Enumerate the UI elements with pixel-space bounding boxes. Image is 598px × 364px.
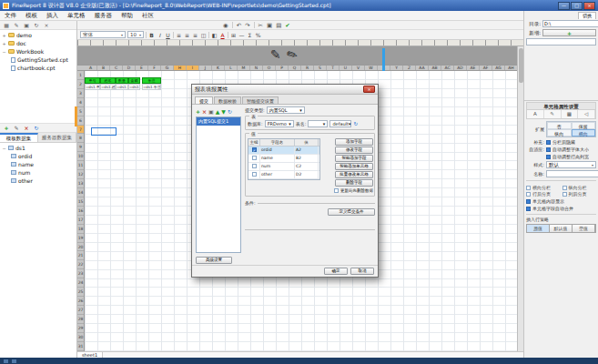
insert-strategy-option[interactable]: 默认值 xyxy=(550,225,573,232)
column-header[interactable]: Q xyxy=(289,66,301,70)
row-header[interactable]: 12 xyxy=(77,170,84,179)
sum-icon[interactable]: Σ xyxy=(247,32,253,38)
delete-dataset-icon[interactable]: × xyxy=(23,125,30,131)
tab-server-dataset[interactable]: 服务器数据集 xyxy=(38,133,76,142)
column-header[interactable]: S xyxy=(314,66,327,70)
edit-dataset-icon[interactable]: ✎ xyxy=(13,125,20,131)
expand-option[interactable]: 否 xyxy=(547,122,572,129)
vertical-scrollbar[interactable] xyxy=(517,46,523,351)
pk-checkbox[interactable] xyxy=(252,164,257,168)
font-color-icon[interactable]: A xyxy=(219,32,226,38)
refresh-icon[interactable]: ↻ xyxy=(33,22,40,28)
cancel-button[interactable]: 取消 xyxy=(350,268,374,275)
row-header[interactable]: 22 xyxy=(77,260,84,269)
menu-item[interactable]: 帮助 xyxy=(117,11,137,21)
column-header[interactable]: Z xyxy=(403,66,416,70)
col-header-value[interactable]: 值 xyxy=(295,139,319,146)
column-header[interactable]: U xyxy=(340,66,352,70)
copy-icon[interactable]: ▣ xyxy=(267,22,272,29)
column-header[interactable]: Y xyxy=(390,66,403,70)
header-cell[interactable]: 姓名 xyxy=(100,77,116,84)
line-icon[interactable]: — xyxy=(238,32,245,38)
row-header[interactable]: 28 xyxy=(77,315,84,324)
column-header[interactable]: AD xyxy=(454,66,467,70)
condition-field[interactable] xyxy=(245,216,375,230)
row-header[interactable]: 27 xyxy=(77,306,84,315)
panel-splitter[interactable] xyxy=(75,106,77,126)
align-right-icon[interactable]: ≡ xyxy=(192,32,198,38)
tree-item-folder[interactable]: + demo xyxy=(0,31,76,39)
font-size-select[interactable]: 10 ▾ xyxy=(127,31,144,38)
checkbox-checked[interactable] xyxy=(546,140,551,145)
close-panel-icon[interactable]: × xyxy=(43,22,50,28)
column-header[interactable]: L xyxy=(225,66,238,70)
tree-item-folder[interactable]: − WorkBook xyxy=(0,47,76,56)
selected-cell[interactable] xyxy=(91,127,117,136)
table-row[interactable]: name B2 xyxy=(248,155,319,163)
checkbox-unchecked[interactable] xyxy=(526,186,531,190)
row-header[interactable]: 19 xyxy=(77,234,84,243)
menu-item[interactable]: 社区 xyxy=(137,11,158,21)
column-header[interactable]: AF xyxy=(480,66,492,70)
column-header[interactable]: F xyxy=(148,66,161,70)
schema-select[interactable]: default ▾ xyxy=(329,120,351,127)
tab-template-dataset[interactable]: 模板数据集 xyxy=(0,133,38,142)
submit-type-select[interactable]: 内置SQL ▾ xyxy=(267,106,305,114)
close-button[interactable]: × xyxy=(583,2,595,10)
column-header[interactable]: B xyxy=(97,66,110,70)
tab-other-attr[interactable]: ◁ xyxy=(578,110,595,118)
checkbox-unchecked[interactable] xyxy=(563,186,567,190)
tab-submit[interactable]: 提交 xyxy=(195,96,213,104)
row-header[interactable]: 31 xyxy=(77,342,84,351)
row-header[interactable]: 4 xyxy=(77,98,84,107)
refresh-dataset-icon[interactable]: ↻ xyxy=(33,125,40,131)
advanced-settings-button[interactable]: 高级设置 xyxy=(196,257,232,264)
pk-checkbox[interactable] xyxy=(252,156,257,160)
preview-icon[interactable]: ◉ xyxy=(223,22,228,29)
column-header[interactable]: K xyxy=(212,66,225,70)
checkbox-checked[interactable] xyxy=(546,147,551,152)
dataset-field[interactable]: other xyxy=(0,177,76,185)
grid-icon[interactable]: ▦ xyxy=(3,22,10,28)
delete-before-checkbox[interactable] xyxy=(334,188,339,193)
align-left-icon[interactable]: ≡ xyxy=(176,32,182,38)
column-header[interactable]: J xyxy=(199,66,212,70)
move-up-icon[interactable]: ▲ xyxy=(216,108,220,115)
column-header[interactable]: O xyxy=(263,66,276,70)
col-header-pk[interactable]: 主键 xyxy=(248,139,260,146)
field-action-button[interactable]: 批量修改单元格 xyxy=(335,171,373,178)
row-header[interactable]: 25 xyxy=(77,288,84,297)
column-header[interactable]: AH xyxy=(505,66,517,70)
panel-switch-tab[interactable]: 切换 xyxy=(578,12,596,19)
table-name-select[interactable]: ▾ xyxy=(308,120,328,127)
menu-item[interactable]: 插入 xyxy=(42,11,63,21)
data-cell[interactable]: =ds1.姓名 xyxy=(100,84,116,90)
submit-event-item-selected[interactable]: 内置SQL提交1 xyxy=(197,117,240,126)
expander-icon[interactable]: − xyxy=(2,49,6,55)
header-cell[interactable]: 数量 xyxy=(116,77,128,84)
check-icon[interactable]: ✔ xyxy=(285,22,289,29)
row-header[interactable]: 29 xyxy=(77,324,84,333)
row-header[interactable]: 1 xyxy=(77,71,84,80)
dataset-field[interactable]: num xyxy=(0,168,76,177)
pk-checkbox[interactable] xyxy=(252,172,257,177)
style-select[interactable]: 默认 ▾ xyxy=(546,161,596,168)
define-condition-button[interactable]: 定义提交条件 xyxy=(328,208,375,216)
pagination-option[interactable]: 横向分栏 xyxy=(526,185,561,190)
row-header[interactable]: 8 xyxy=(77,134,84,143)
tab-grid-attr[interactable]: ▦ xyxy=(562,110,579,118)
row-header[interactable]: 9 xyxy=(77,143,84,152)
column-header[interactable]: M xyxy=(238,66,250,70)
row-header[interactable]: 26 xyxy=(77,297,84,306)
row-header[interactable]: 5 xyxy=(77,107,84,116)
menu-item[interactable]: 文件 xyxy=(0,11,21,21)
submit-event-list[interactable]: 内置SQL提交1 xyxy=(196,116,241,253)
checkbox-unchecked[interactable] xyxy=(526,192,531,197)
percent-icon[interactable]: % xyxy=(255,32,261,38)
menu-item[interactable]: 服务器 xyxy=(90,11,117,21)
new-folder-icon[interactable]: ▣ xyxy=(23,22,30,28)
refresh-icon[interactable]: ↻ xyxy=(228,108,232,115)
row-header[interactable]: 6 xyxy=(77,116,84,126)
redo-icon[interactable]: ↷ xyxy=(245,22,249,29)
dataset-field[interactable]: ordid xyxy=(0,152,76,160)
